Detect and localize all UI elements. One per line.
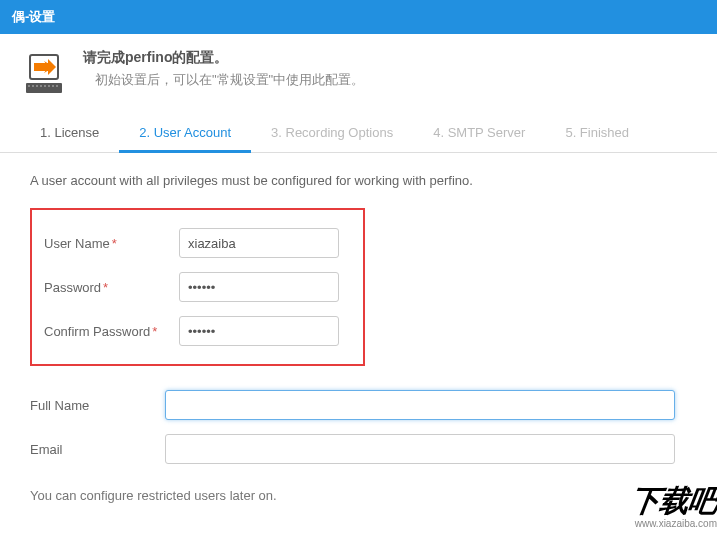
label-confirm-password: Confirm Password* [44, 324, 179, 339]
intro-title: 请完成perfino的配置。 [83, 49, 364, 67]
row-fullname: Full Name [30, 390, 687, 420]
svg-rect-5 [44, 85, 46, 87]
input-confirm-password[interactable] [179, 316, 339, 346]
svg-rect-1 [28, 85, 30, 87]
wizard-tabs: 1. License 2. User Account 3. Recording … [0, 115, 717, 153]
svg-marker-10 [34, 59, 56, 75]
intro-text: 请完成perfino的配置。 初始设置后，可以在"常规设置"中使用此配置。 [83, 49, 364, 89]
window-title: 偶-设置 [12, 9, 55, 24]
hint-text: You can configure restricted users later… [30, 488, 687, 503]
label-password: Password* [44, 280, 179, 295]
setup-wizard-icon [20, 49, 68, 97]
input-fullname[interactable] [165, 390, 675, 420]
tab-recording-options: 3. Recording Options [251, 115, 413, 152]
svg-rect-3 [36, 85, 38, 87]
intro-section: 请完成perfino的配置。 初始设置后，可以在"常规设置"中使用此配置。 [0, 34, 717, 107]
svg-rect-0 [26, 83, 62, 93]
input-email[interactable] [165, 434, 675, 464]
svg-rect-7 [52, 85, 54, 87]
label-username: User Name* [44, 236, 179, 251]
input-username[interactable] [179, 228, 339, 258]
row-username: User Name* [44, 228, 351, 258]
row-email: Email [30, 434, 687, 464]
content-description: A user account with all privileges must … [30, 173, 687, 188]
required-fields-box: User Name* Password* Confirm Password* [30, 208, 365, 366]
label-email: Email [30, 442, 165, 457]
row-password: Password* [44, 272, 351, 302]
row-confirm-password: Confirm Password* [44, 316, 351, 346]
intro-subtitle: 初始设置后，可以在"常规设置"中使用此配置。 [83, 71, 364, 89]
svg-rect-2 [32, 85, 34, 87]
content-panel: A user account with all privileges must … [0, 153, 717, 539]
tab-user-account[interactable]: 2. User Account [119, 115, 251, 153]
svg-rect-6 [48, 85, 50, 87]
svg-rect-4 [40, 85, 42, 87]
tab-smtp-server: 4. SMTP Server [413, 115, 545, 152]
input-password[interactable] [179, 272, 339, 302]
label-fullname: Full Name [30, 398, 165, 413]
tab-finished: 5. Finished [545, 115, 649, 152]
svg-rect-8 [56, 85, 58, 87]
tab-license[interactable]: 1. License [20, 115, 119, 152]
window-title-bar: 偶-设置 [0, 0, 717, 34]
